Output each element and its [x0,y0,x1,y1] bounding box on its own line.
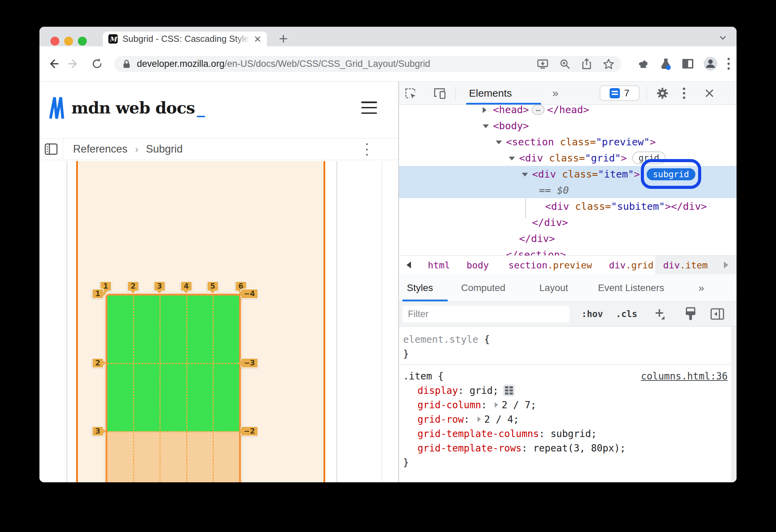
devtools-toolbar: Elements » 7 [399,82,737,105]
css-property-name[interactable]: grid-column [418,399,481,411]
breadcrumb-references[interactable]: References [73,143,128,155]
devtools-close-icon[interactable] [704,82,715,105]
back-button[interactable] [46,56,61,71]
reload-button[interactable] [90,56,105,71]
console-message-count: 7 [624,88,630,99]
dom-tree-row[interactable]: <div class="subitem"></div> [399,198,737,214]
styles-more-tabs-chevron[interactable]: » [698,274,704,301]
css-property-row[interactable]: grid-template-columns: subgrid; [399,426,737,441]
new-tab-button[interactable] [277,32,290,46]
side-panel-icon[interactable] [682,58,694,69]
dom-tree-row[interactable]: <body> [399,118,737,134]
computed-panel-toggle-icon[interactable] [710,302,724,326]
css-property-name[interactable]: grid-row [418,414,464,425]
expand-value-icon[interactable] [495,402,498,408]
bookmark-star-icon[interactable] [603,58,614,70]
styles-tab-computed[interactable]: Computed [461,274,505,301]
expand-arrow-open-icon[interactable] [496,141,502,144]
dom-tree-row[interactable]: </section> [399,246,737,255]
expand-arrow-open-icon[interactable] [509,157,515,160]
toggle-element-classes[interactable]: .cls [616,302,637,326]
devtools-crumb-div-grid[interactable]: div.grid [609,256,654,274]
device-toolbar-icon[interactable] [433,82,447,105]
browser-menu-dots-icon[interactable] [727,57,730,70]
crumbs-scroll-left-icon[interactable] [407,262,411,268]
css-property-row[interactable]: grid-row: 2 / 4; [399,412,737,426]
lock-icon[interactable] [122,59,131,69]
dom-tree-row[interactable]: </div> [399,230,737,246]
browser-tab[interactable]: M Subgrid - CSS: Cascading Style [103,32,267,46]
article-menu-dots-icon[interactable] [363,143,370,156]
tab-close-icon[interactable] [254,35,261,43]
css-property-name[interactable]: grid-template-columns [418,428,539,439]
profile-avatar[interactable] [703,57,718,71]
zoom-window-button[interactable] [78,37,87,46]
install-app-icon[interactable] [537,59,549,70]
console-messages-badge[interactable]: 7 [600,85,639,101]
styles-tab-styles[interactable]: Styles [407,274,433,301]
rule-selector[interactable]: element.style [403,334,478,345]
extensions-puzzle-icon[interactable] [638,58,650,70]
page-scroll-gutter [381,161,382,482]
devtools-crumb-html[interactable]: html [428,256,450,274]
forward-button[interactable] [66,56,81,71]
dom-tree-row[interactable]: <section class="preview"> [399,134,737,150]
zoom-icon[interactable] [560,59,571,70]
crumbs-scroll-right-icon[interactable] [724,262,728,268]
dom-text-segment: </div> [519,233,555,244]
inspect-element-icon[interactable] [404,82,417,105]
dom-text-segment: <div [545,201,569,212]
new-style-rule-icon[interactable] [654,302,667,326]
styles-scrollbar[interactable] [731,327,737,482]
dom-text-segment: class= [554,136,596,148]
devtools-crumb-div-item[interactable]: div.item [663,256,708,274]
rule-selector[interactable]: .item [403,371,432,382]
labs-flask-icon[interactable] [659,57,672,70]
rule-source-link[interactable]: columns.html:36 [641,369,728,383]
css-property-row[interactable]: grid-template-rows: repeat(3, 80px); [399,441,737,455]
css-property-value[interactable]: repeat(3, 80px) [533,443,620,454]
css-property-value[interactable]: 2 / 7 [502,399,530,411]
address-bar[interactable]: developer.mozilla.org/en-US/docs/Web/CSS… [114,56,621,72]
expand-arrow-closed-icon[interactable] [483,107,486,113]
css-property-value[interactable]: 2 / 4 [484,414,513,425]
css-property-value[interactable]: grid [470,385,493,396]
close-window-button[interactable] [50,37,59,46]
devtools-crumb-body[interactable]: body [467,256,489,274]
dom-tree-row[interactable]: <head>…</head> [399,105,737,118]
css-property-name[interactable]: display [418,385,458,396]
dom-tree-row[interactable]: </div> [399,214,737,230]
sidebar-toggle-button[interactable] [39,138,63,160]
expand-arrow-open-icon[interactable] [522,173,528,177]
css-property-name[interactable]: grid-template-rows [418,443,521,454]
rule-selector-line[interactable]: element.style { [399,332,737,347]
styles-tab-layout[interactable]: Layout [539,274,568,301]
collapsed-content-ellipsis[interactable]: … [532,105,544,115]
hamburger-menu-icon[interactable] [361,101,377,114]
subgrid-badge[interactable]: subgrid [647,168,695,180]
more-tabs-chevron[interactable]: » [552,82,558,105]
share-icon[interactable] [581,58,592,70]
css-property-value[interactable]: subgrid [551,428,591,439]
grid-column-line-label: 5 [207,281,219,291]
expand-arrow-open-icon[interactable] [483,124,489,128]
minimize-window-button[interactable] [64,37,73,46]
css-property-row[interactable]: display: grid; [399,383,737,398]
css-property-row[interactable]: grid-column: 2 / 7; [399,398,737,412]
devtools-settings-gear-icon[interactable] [656,82,669,105]
devtools-crumb-section-preview[interactable]: section.preview [508,256,592,274]
mdn-logo[interactable]: mdn web docs _ [49,96,205,119]
dom-tree-row[interactable]: <div class="item">subgrid [399,166,737,182]
highlight-ring: subgrid [647,168,695,180]
tab-search-chevron-icon[interactable] [717,32,728,43]
elements-tab-underline [466,103,541,105]
expand-value-icon[interactable] [478,416,481,422]
toggle-hover-state[interactable]: :hov [581,302,603,326]
rule-selector-line[interactable]: .item {columns.html:36 [399,369,737,383]
rendering-emulation-brush-icon[interactable] [684,302,697,326]
styles-filter-input[interactable] [402,306,569,322]
devtools-menu-dots-icon[interactable] [682,82,686,105]
styles-tab-event-listeners[interactable]: Event Listeners [598,274,664,301]
grid-editor-icon[interactable] [503,385,515,396]
tab-elements[interactable]: Elements [469,82,512,105]
